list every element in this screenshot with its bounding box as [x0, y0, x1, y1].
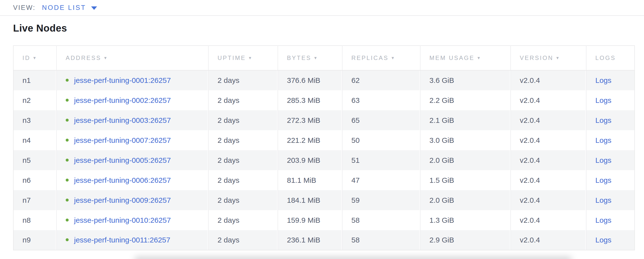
- table-row: n6jesse-perf-tuning-0006:262572 days81.1…: [13, 170, 634, 190]
- cell-version: v2.0.4: [511, 70, 586, 90]
- node-address-link[interactable]: jesse-perf-tuning-0007:26257: [74, 136, 171, 144]
- cell-mem-usage: 1.5 GiB: [420, 170, 511, 190]
- node-logs-link[interactable]: Logs: [595, 196, 612, 204]
- node-live-status-icon: [66, 79, 69, 82]
- cell-version: v2.0.4: [511, 210, 586, 230]
- cell-replicas: 58: [342, 230, 420, 250]
- cell-logs: Logs: [586, 70, 634, 90]
- node-address-link[interactable]: jesse-perf-tuning-0009:26257: [74, 196, 171, 204]
- cell-address: jesse-perf-tuning-0007:26257: [56, 130, 208, 150]
- cell-replicas: 63: [342, 90, 420, 110]
- node-address-link[interactable]: jesse-perf-tuning-0011:26257: [74, 236, 170, 244]
- table-header: ID▾ADDRESS▾UPTIME▾BYTES▾REPLICAS▾MEM USA…: [13, 46, 634, 70]
- cell-logs: Logs: [586, 150, 634, 170]
- cell-version: v2.0.4: [511, 190, 586, 210]
- cell-id: n7: [13, 190, 56, 210]
- column-label: UPTIME: [218, 54, 246, 61]
- cell-bytes: 203.9 MiB: [278, 150, 342, 170]
- column-label: BYTES: [287, 54, 312, 61]
- cell-logs: Logs: [586, 190, 634, 210]
- cell-logs: Logs: [586, 230, 634, 250]
- cell-mem-usage: 2.9 GiB: [420, 230, 511, 250]
- node-live-status-icon: [66, 119, 69, 122]
- table-row: n1jesse-perf-tuning-0001:262572 days376.…: [13, 70, 634, 90]
- column-header-id[interactable]: ID▾: [13, 46, 56, 70]
- sort-caret-icon: ▾: [478, 55, 480, 60]
- node-logs-link[interactable]: Logs: [595, 96, 612, 104]
- cell-version: v2.0.4: [511, 150, 586, 170]
- cell-bytes: 81.1 MiB: [278, 170, 342, 190]
- node-address-link[interactable]: jesse-perf-tuning-0002:26257: [74, 96, 171, 104]
- node-logs-link[interactable]: Logs: [595, 76, 612, 84]
- view-selector-dropdown[interactable]: NODE LIST: [42, 4, 97, 11]
- cell-version: v2.0.4: [511, 130, 586, 150]
- node-logs-link[interactable]: Logs: [595, 136, 612, 144]
- cell-address: jesse-perf-tuning-0002:26257: [56, 90, 208, 110]
- cell-address: jesse-perf-tuning-0001:26257: [56, 70, 208, 90]
- column-header-uptime[interactable]: UPTIME▾: [208, 46, 278, 70]
- cell-id: n9: [13, 230, 56, 250]
- cell-uptime: 2 days: [208, 210, 278, 230]
- column-label: ADDRESS: [66, 54, 101, 61]
- page-title: Live Nodes: [13, 22, 644, 34]
- column-label: ID: [22, 54, 30, 61]
- node-address-link[interactable]: jesse-perf-tuning-0001:26257: [74, 76, 171, 84]
- cell-id: n5: [13, 150, 56, 170]
- cell-address: jesse-perf-tuning-0010:26257: [56, 210, 208, 230]
- cell-version: v2.0.4: [511, 90, 586, 110]
- cell-uptime: 2 days: [208, 170, 278, 190]
- cell-uptime: 2 days: [208, 190, 278, 210]
- cell-replicas: 51: [342, 150, 420, 170]
- cell-address: jesse-perf-tuning-0005:26257: [56, 150, 208, 170]
- column-header-replicas[interactable]: REPLICAS▾: [342, 46, 420, 70]
- node-address-link[interactable]: jesse-perf-tuning-0005:26257: [74, 156, 171, 164]
- node-address-link[interactable]: jesse-perf-tuning-0010:26257: [74, 216, 171, 224]
- node-logs-link[interactable]: Logs: [595, 116, 612, 124]
- node-table-body: n1jesse-perf-tuning-0001:262572 days376.…: [13, 70, 634, 250]
- node-logs-link[interactable]: Logs: [595, 176, 612, 184]
- table-row: n9jesse-perf-tuning-0011:262572 days236.…: [13, 230, 634, 250]
- cell-id: n8: [13, 210, 56, 230]
- cell-address: jesse-perf-tuning-0009:26257: [56, 190, 208, 210]
- node-address-link[interactable]: jesse-perf-tuning-0003:26257: [74, 116, 171, 124]
- cell-replicas: 62: [342, 70, 420, 90]
- table-row: n5jesse-perf-tuning-0005:262572 days203.…: [13, 150, 634, 170]
- cell-bytes: 159.9 MiB: [278, 210, 342, 230]
- node-logs-link[interactable]: Logs: [595, 236, 612, 244]
- cell-replicas: 58: [342, 210, 420, 230]
- cell-mem-usage: 2.1 GiB: [420, 110, 511, 130]
- sort-caret-icon: ▾: [249, 55, 252, 60]
- node-address-link[interactable]: jesse-perf-tuning-0006:26257: [74, 176, 171, 184]
- cell-mem-usage: 2.0 GiB: [420, 150, 511, 170]
- column-header-mem_usage[interactable]: MEM USAGE▾: [420, 46, 511, 70]
- node-live-status-icon: [66, 199, 69, 202]
- column-header-logs: LOGS: [586, 46, 634, 70]
- cell-id: n3: [13, 110, 56, 130]
- sort-caret-icon: ▾: [556, 55, 559, 60]
- cell-bytes: 285.3 MiB: [278, 90, 342, 110]
- column-header-bytes[interactable]: BYTES▾: [278, 46, 342, 70]
- sort-caret-icon: ▾: [314, 55, 317, 60]
- column-label: MEM USAGE: [430, 54, 474, 61]
- cell-uptime: 2 days: [208, 70, 278, 90]
- cell-logs: Logs: [586, 210, 634, 230]
- view-bar: VIEW: NODE LIST: [0, 0, 644, 16]
- cell-address: jesse-perf-tuning-0011:26257: [56, 230, 208, 250]
- column-label: VERSION: [520, 54, 554, 61]
- cell-id: n4: [13, 130, 56, 150]
- column-header-version[interactable]: VERSION▾: [511, 46, 586, 70]
- column-header-address[interactable]: ADDRESS▾: [56, 46, 208, 70]
- cell-replicas: 47: [342, 170, 420, 190]
- node-live-status-icon: [66, 179, 69, 182]
- sort-caret-icon: ▾: [392, 55, 394, 60]
- node-live-status-icon: [66, 219, 69, 222]
- node-logs-link[interactable]: Logs: [595, 156, 612, 164]
- table-row: n2jesse-perf-tuning-0002:262572 days285.…: [13, 90, 634, 110]
- node-logs-link[interactable]: Logs: [595, 216, 612, 224]
- cell-bytes: 376.6 MiB: [278, 70, 342, 90]
- cell-bytes: 236.1 MiB: [278, 230, 342, 250]
- cell-uptime: 2 days: [208, 230, 278, 250]
- cell-uptime: 2 days: [208, 130, 278, 150]
- live-nodes-table-container: ID▾ADDRESS▾UPTIME▾BYTES▾REPLICAS▾MEM USA…: [13, 45, 634, 250]
- cell-version: v2.0.4: [511, 170, 586, 190]
